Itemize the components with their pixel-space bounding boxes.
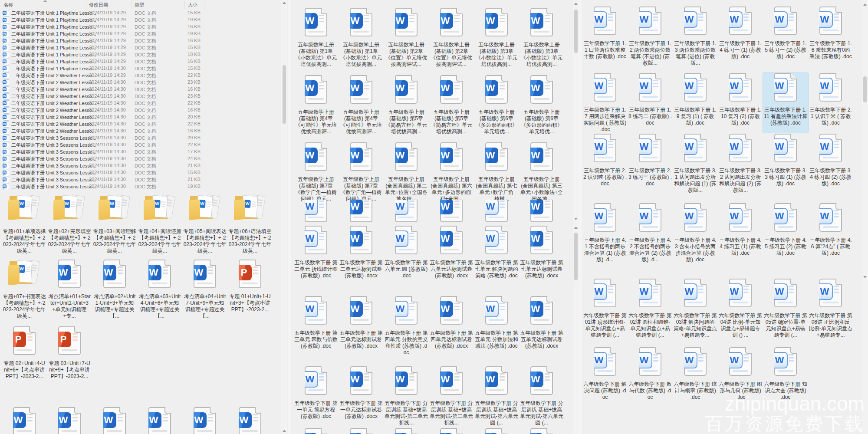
file-item[interactable]: W三年级数学下册 2.2 认识吨 (苏教版) .doc — [582, 134, 628, 194]
file-row[interactable]: W二年级英语下册 Unit 1 Playtime Lesso...2024/11… — [0, 37, 281, 44]
file-item[interactable]: W三年级数学下册 1.1 口算两位数乘整十数 (苏教版) .doc — [582, 7, 628, 66]
file-item[interactable]: W六年级数学下册 数与代数 (苏教版) .doc — [628, 347, 673, 401]
scroll-down-icon[interactable] — [574, 218, 578, 220]
folder-item[interactable]: W专题+02+完形填空【考题猜想+】+-2023-2024学年七年级英... — [47, 194, 92, 254]
file-item[interactable]: W五年级数学下册 第一单元达标测试卷 (苏教版) .docx — [339, 366, 384, 426]
file-item[interactable]: W六年级数学下册 第01讲 扇形统计图-单元知识盘点+易错题专训 (... — [582, 279, 628, 339]
file-item[interactable]: W五年级数学上册 (基础版) 第5章《简易方程》单元培优拔高测... — [384, 75, 429, 135]
file-item[interactable]: W五年级数学上册 (基础版) 第4章《可能性》单元培优拔高测评... — [339, 75, 384, 135]
file-item[interactable]: W五年级数学下册 第二单元 折线统计图 (苏教版) .doc — [293, 226, 339, 279]
file-item[interactable]: W五年级数学下册 第六单元达标测试卷 (苏教版) .docx — [429, 226, 474, 279]
folder-item[interactable]: W专题+01+单项选择【考题猜想+】+-2023-2024学年七年级英... — [2, 194, 47, 254]
file-item[interactable]: W五年级数学上册 (基础版) 第6章《多边形的面积》单元培优... — [519, 75, 564, 135]
file-item[interactable]: W五年级数学上册 (全国真题练) 第六单元+多边形的面积+全国... — [429, 142, 474, 202]
file-row[interactable]: W二年级英语下册 Unit 1 Playtime Lesso...2024/11… — [0, 16, 281, 23]
scrollbar-thumb[interactable] — [574, 233, 578, 280]
file-item[interactable]: W考点清单+03+Unit4-Unit+6+单元知识梳理+专题过关【... — [137, 260, 182, 319]
file-item[interactable]: W五年级数学下册 第七单元 解决问题的策略 (苏教版) .doc — [474, 226, 519, 279]
file-item[interactable]: W考点清单+02+Unit1-Unit+3+单元知识梳理+专题过关【... — [92, 260, 137, 319]
file-item[interactable]: W五年级数学下册 分层训练 基础+拔高 单元测试-第六单元 圆 (... — [474, 366, 519, 426]
file-row[interactable]: W二年级英语下册 Unit 3 Seasons Lesso...2024/11/… — [0, 169, 281, 176]
file-item[interactable]: W三年级数学下册 1.5 练习一 (2) (苏教版) .doc — [763, 7, 808, 66]
file-item[interactable]: W — [474, 200, 519, 227]
file-item[interactable]: W六年级数学下册 第02讲 圆柱和圆锥-单元知识盘点+易错题专训 (... — [628, 279, 673, 339]
file-item[interactable]: W三年级数学下册 1.6 乘数末尾有0的乘法 (苏教版) .doc — [808, 7, 853, 66]
scroll-down-icon[interactable] — [863, 276, 867, 278]
file-item[interactable]: W五年级数学下册 第三单元 因数与倍数 (苏教版) .doc — [293, 296, 339, 356]
file-row[interactable]: W二年级英语下册 Unit 1 Playtime Lesso...2024/11… — [0, 58, 281, 65]
folder-item[interactable]: W专题+04+阅读还原【考题猜想+】+-2023-2024学年七年级英... — [137, 194, 182, 254]
file-item[interactable]: W考点清单+04+Unit7-Unit+9+单元知识梳理+专题过关【... — [182, 260, 227, 319]
file-item[interactable]: W三年级数学下册 3.2 从问题出发分析和解决问题 (2) (苏教版... — [718, 134, 763, 194]
file-row[interactable]: W二年级英语下册 Unit 3 Seasons Lesso...2024/11/… — [0, 155, 281, 162]
file-row[interactable]: W二年级英语下册 Unit 1 Playtime Lesso...2024/11… — [0, 65, 281, 72]
file-item[interactable]: W五年级数学下册 分层训练 基础+拔高 单元测试-第二单元 折线... — [429, 366, 474, 426]
file-item[interactable]: W — [47, 407, 92, 434]
file-item[interactable]: P专题 01+Unit+1-Unit+3+【考点串讲PPT】-2023-2... — [227, 260, 273, 319]
file-item[interactable]: W — [519, 428, 564, 434]
file-item[interactable]: W — [384, 200, 429, 227]
scroll-up-icon[interactable] — [574, 3, 578, 5]
file-row[interactable]: W二年级英语下册 Unit 3 Seasons Lesso...2024/11/… — [0, 141, 281, 148]
left-scrollbar[interactable] — [281, 0, 287, 434]
folder-item[interactable]: W专题+03+阅读理解【考题猜想+】+-2023-2024学年七年级英... — [92, 194, 137, 254]
scroll-up-icon[interactable] — [574, 227, 578, 229]
scrollbar-thumb[interactable] — [574, 10, 578, 53]
file-row[interactable]: W二年级英语下册 Unit 2 Weather Lesso...2024/11/… — [0, 86, 281, 93]
file-item[interactable]: W六年级数学下册 解决问题 (苏教版) .doc — [582, 347, 628, 401]
file-item[interactable]: W五年级数学上册 (全国真题练) 第三单元+小数除法+全国各地... — [519, 142, 564, 202]
column-header-size[interactable]: 大小 — [188, 2, 197, 8]
file-item[interactable]: W — [92, 407, 137, 434]
file-item[interactable]: W三年级数学下册 2.1 认识千米 ( 苏教版) .doc — [808, 73, 853, 133]
file-item[interactable]: P专题 03+Unit+7-Unit+9+【考点串讲PPT】-2023-2... — [47, 326, 92, 380]
file-row[interactable]: W二年级英语下册 Unit 2 Weather Lesso...2024/11/… — [0, 72, 281, 79]
file-item[interactable]: W三年级数学下册 1.8 练习二 (苏教版) .doc — [628, 73, 673, 133]
file-item[interactable]: W五年级数学上册 (基础版) 第3章《小数除法》单元培优拔高测... — [474, 8, 519, 68]
column-header-date[interactable]: 修改日期 — [89, 2, 108, 8]
file-item[interactable]: W五年级数学上册 (基础版) 第7章《数学广角—植树问题》单元... — [293, 142, 339, 202]
file-row[interactable]: W二年级英语下册 Unit 3 Seasons Lesso...2024/11/… — [0, 135, 281, 141]
file-item[interactable]: W六年级数学下册 第05讲 确定位置-单元知识盘点+易错题专训 (... — [763, 279, 808, 339]
file-item[interactable]: W — [339, 200, 384, 227]
file-item[interactable]: W — [339, 428, 384, 434]
file-item[interactable]: W三年级数学下册 1.4 练习一 (1) (苏教版) .doc — [718, 7, 763, 66]
file-item[interactable]: W三年级数学下册 1.11 有趣的乘法计算 (苏教版) .doc — [763, 73, 808, 133]
column-separator[interactable] — [204, 1, 204, 9]
middle-scrollbar[interactable] — [573, 0, 579, 434]
scrollbar-thumb[interactable] — [283, 65, 286, 124]
scroll-up-icon[interactable] — [283, 430, 286, 432]
file-item[interactable]: W五年级数学下册 第二单元达标测试卷 (苏教版) .docx — [339, 226, 384, 279]
file-item[interactable]: W五年级数学下册 第五单元 分数加法和减法 (苏教版) .doc — [474, 296, 519, 356]
column-separator[interactable] — [184, 1, 185, 9]
file-item[interactable]: W五年级数学下册 分层训练 基础+拔高 单元测试-第二单元 折线... — [384, 366, 429, 426]
file-item[interactable]: W三年级数学下册 1.3 两位数乘两位数笔算 (进位) (苏教版... — [673, 7, 718, 66]
file-item[interactable]: W五年级数学下册 第七单元达标测试卷 (苏教版) .docx — [519, 226, 564, 279]
file-item[interactable]: W三年级数学下册 4.1 不含括号的两步混合运算 (1) (苏教版) .d... — [582, 203, 628, 263]
file-item[interactable]: W — [474, 428, 519, 434]
file-item[interactable]: W — [227, 407, 273, 434]
file-item[interactable]: W五年级数学下册 第一单元 简易方程 (苏教版) .doc — [293, 366, 339, 426]
file-item[interactable]: W五年级数学上册 (基础版) 第6章《多边形的面积》单元培优... — [474, 75, 519, 135]
file-item[interactable]: P专题 02+Unit+4-Unit+6+【考点串讲PPT】-2023-2... — [2, 326, 47, 380]
file-item[interactable]: W考点清单+01+Starter+Unit1-Unit+3+单元知识梳理+专..… — [47, 260, 92, 319]
file-item[interactable]: W — [429, 200, 474, 227]
file-row[interactable]: W二年级英语下册 Unit 3 Seasons Lesso...2024/11/… — [0, 176, 281, 183]
column-separator[interactable] — [86, 1, 86, 9]
file-item[interactable]: W三年级数学下册 1.9 复习 (1) ( 苏教版) .doc — [673, 73, 718, 133]
file-row[interactable]: W二年级英语下册 Unit 2 Weather Lesso...2024/11/… — [0, 100, 281, 107]
file-item[interactable]: W六年级数学下册 第03讲 解决问题的策略-单元知识盘点+易错题专... — [673, 279, 718, 339]
column-separator[interactable] — [132, 1, 132, 9]
file-item[interactable]: W — [182, 407, 227, 434]
file-item[interactable]: W三年级数学下册 4.2 不含括号的两步混合运算 (2) (苏教版) .d... — [628, 203, 673, 263]
file-item[interactable]: W六年级数学下册 第06讲 正比例和反比例-单元知识盘点+易错题专... — [808, 279, 853, 339]
file-item[interactable]: W六年级数学下册 第04讲 比例-单元知识盘点+易错题专训 () ... — [718, 279, 763, 339]
file-item[interactable]: W五年级数学上册 (基础版) 第2章《位置》单元培优拔高测评试... — [384, 8, 429, 68]
file-row[interactable]: W二年级英语下册 Unit 2 Weather Lesso...2024/11/… — [0, 93, 281, 100]
file-row[interactable]: W二年级英语下册 Unit 2 Weather Lesso...2024/11/… — [0, 107, 281, 114]
file-item[interactable]: W三年级数学下册 3.1 从问题出发分析和解决问题 (1) (苏教版... — [673, 134, 718, 194]
file-row[interactable]: W二年级英语下册 Unit 2 Weather Lesso...2024/11/… — [0, 128, 281, 135]
file-item[interactable]: W — [2, 407, 47, 434]
file-item[interactable]: W三年级数学下册 1.2 两位数乘两位数笔算 (不进位) (苏教版... — [628, 7, 673, 66]
file-item[interactable]: W五年级数学下册 第四单元 分数的意义和性质 (苏教版) .doc — [384, 296, 429, 356]
file-item[interactable]: W — [384, 428, 429, 434]
